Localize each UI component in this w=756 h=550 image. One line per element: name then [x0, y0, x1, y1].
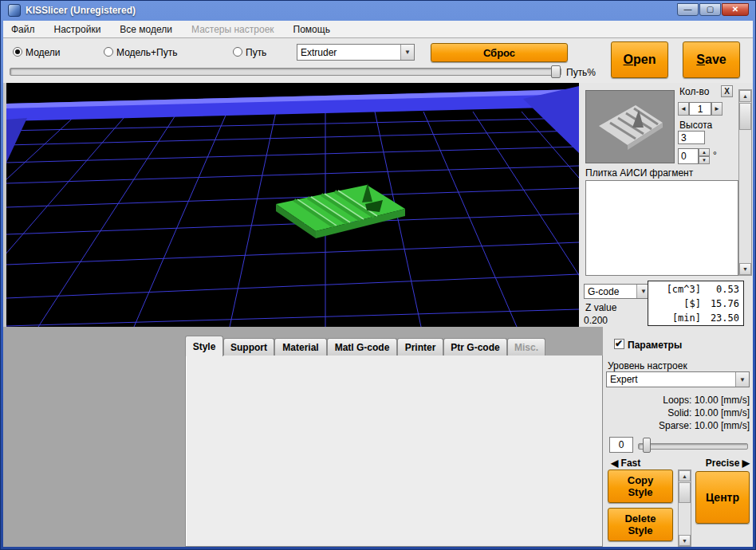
titlebar[interactable]: KISSlicer (Unregistered) — ▢ ✕	[0, 0, 756, 21]
menu-settings[interactable]: Настройки	[54, 24, 101, 35]
copy-style-button[interactable]: Copy Style	[608, 469, 673, 503]
models-scrollbar[interactable]: ▲ ▼	[738, 89, 752, 276]
stat-row-volume: [cm^3] 0.53	[652, 282, 739, 297]
tab-matl-gcode[interactable]: Matl G-code	[327, 338, 397, 356]
speed-scale-labels: ◀ Fast Precise ▶	[611, 458, 750, 469]
save-button[interactable]: Save	[683, 41, 740, 78]
path-slider-label: Путь%	[566, 67, 596, 78]
speed-readout: Loops: 10.00 [mm/s] Solid: 10.00 [mm/s] …	[606, 394, 750, 432]
z-value-label: Z value	[585, 302, 616, 313]
stat-value: 23.50	[707, 311, 739, 325]
tab-style[interactable]: Style	[185, 336, 223, 356]
gcode-combo-value: G-code	[585, 285, 636, 298]
radio-model-path-label: Модель+Путь	[116, 47, 177, 58]
count-label: Кол-во	[679, 86, 709, 97]
style-scrollbar-thumb[interactable]	[679, 482, 691, 503]
chevron-down-icon: ▼	[400, 45, 414, 60]
stat-row-time: [min] 23.50	[652, 311, 739, 325]
speed-solid: Solid: 10.00 [mm/s]	[606, 407, 750, 419]
model-close-button[interactable]: X	[721, 85, 733, 97]
radio-models[interactable]	[13, 47, 22, 57]
model-thumbnail-render	[586, 91, 674, 163]
minimize-button[interactable]: —	[677, 3, 699, 16]
path-slider-thumb[interactable]	[551, 65, 561, 78]
menubar: Файл Настройки Все модели Мастеры настро…	[3, 21, 753, 38]
stat-unit: [min]	[672, 311, 701, 325]
close-button[interactable]: ✕	[722, 3, 749, 16]
scroll-down-icon[interactable]: ▼	[679, 535, 691, 546]
count-increment-icon[interactable]: ►	[711, 102, 723, 116]
menu-all-models[interactable]: Все модели	[120, 24, 172, 35]
stat-row-cost: [$] 15.76	[652, 297, 739, 311]
scroll-up-icon[interactable]: ▲	[679, 470, 691, 481]
scroll-up-icon[interactable]: ▲	[739, 90, 751, 102]
menu-file[interactable]: Файл	[11, 24, 35, 35]
tab-support[interactable]: Support	[223, 338, 274, 356]
model-listbox[interactable]	[585, 180, 738, 276]
speed-value-input[interactable]: 0	[609, 437, 633, 453]
gcode-combo[interactable]: G-code ▼	[584, 284, 651, 299]
parameters-checkbox-label: Параметры	[628, 340, 682, 351]
maximize-button[interactable]: ▢	[699, 3, 721, 16]
parameters-checkbox[interactable]	[614, 339, 624, 349]
app-window: KISSlicer (Unregistered) — ▢ ✕ Файл Наст…	[0, 0, 756, 550]
models-scrollbar-thumb[interactable]	[739, 103, 751, 130]
extruder-combo-value: Extruder	[297, 46, 400, 59]
scroll-down-icon[interactable]: ▼	[739, 263, 751, 275]
radio-path-label: Путь	[246, 47, 266, 58]
rotation-down-icon[interactable]: ▼	[699, 156, 710, 164]
count-input[interactable]: 1	[689, 102, 711, 116]
z-value: 0.200	[584, 315, 608, 326]
height-label: Высота	[679, 120, 712, 131]
speed-sparse: Sparse: 10.00 [mm/s]	[606, 419, 750, 432]
chevron-down-icon: ▼	[735, 372, 749, 387]
stat-unit: [$]	[683, 297, 701, 311]
radio-models-label: Модели	[26, 47, 61, 58]
fast-label: ◀ Fast	[611, 458, 640, 469]
tab-material[interactable]: Material	[274, 338, 327, 356]
stat-value: 0.53	[707, 282, 739, 297]
rotation-up-icon[interactable]: ▲	[699, 148, 710, 156]
reset-button[interactable]: Сброс	[431, 43, 568, 62]
stat-value: 15.76	[707, 297, 739, 311]
precise-label: Precise ▶	[706, 458, 750, 469]
app-icon	[8, 4, 21, 17]
speed-loops: Loops: 10.00 [mm/s]	[606, 394, 750, 407]
estimate-stats-box: [cm^3] 0.53 [$] 15.76 [min] 23.50	[648, 281, 744, 326]
delete-style-button[interactable]: Delete Style	[608, 508, 673, 541]
speed-slider-thumb[interactable]	[643, 438, 651, 453]
open-button[interactable]: Open	[611, 41, 668, 78]
style-tab-page	[185, 356, 603, 547]
menu-help[interactable]: Помощь	[293, 24, 330, 35]
viewport-3d[interactable]	[6, 83, 579, 327]
count-decrement-icon[interactable]: ◄	[678, 102, 689, 116]
tab-ptr-gcode[interactable]: Ptr G-code	[443, 338, 507, 356]
center-button[interactable]: Центр	[695, 471, 750, 524]
height-input[interactable]: 3	[678, 131, 705, 144]
settings-level-label: Уровень настроек	[608, 360, 687, 371]
settings-level-combo[interactable]: Expert ▼	[606, 371, 750, 387]
radio-path[interactable]	[233, 47, 242, 57]
model-name-label: Плитка АИСИ фрагмент	[585, 167, 693, 179]
radio-model-path[interactable]	[104, 47, 113, 57]
window-title: KISSlicer (Unregistered)	[26, 5, 136, 16]
model-thumbnail[interactable]	[585, 90, 675, 163]
rotation-unit-label: °	[713, 150, 717, 161]
path-slider-track[interactable]	[10, 68, 561, 76]
settings-level-combo-value: Expert	[607, 373, 735, 386]
menu-wizards: Мастеры настроек	[191, 24, 274, 35]
extruder-combo[interactable]: Extruder ▼	[297, 44, 415, 61]
rotation-input[interactable]: 0	[678, 148, 699, 164]
speed-slider-track[interactable]	[638, 443, 748, 450]
style-scrollbar[interactable]: ▲ ▼	[678, 469, 691, 547]
stat-unit: [cm^3]	[667, 282, 701, 297]
tab-printer[interactable]: Printer	[397, 338, 443, 356]
tab-misc: Misc.	[507, 338, 545, 356]
